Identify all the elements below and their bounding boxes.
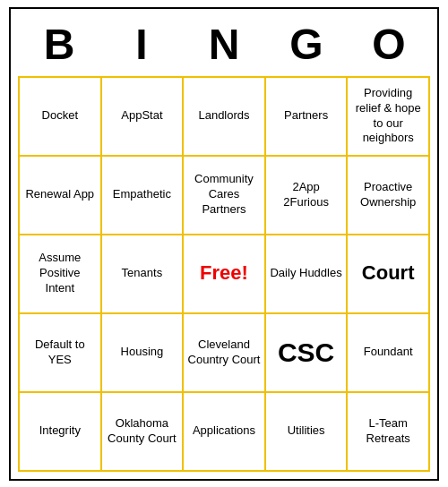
bingo-cell: Landlords xyxy=(184,78,266,157)
bingo-cell: Housing xyxy=(102,314,185,393)
bingo-cell: L-Team Retreats xyxy=(348,393,430,472)
bingo-cell: AppStat xyxy=(102,78,185,157)
bingo-cell: Default to YES xyxy=(20,314,102,393)
bingo-cell: Court xyxy=(348,235,430,314)
header-letter: N xyxy=(183,16,265,73)
bingo-cell: Renewal App xyxy=(20,157,102,235)
bingo-cell: Foundant xyxy=(348,314,430,393)
bingo-cell: CSC xyxy=(266,314,349,393)
bingo-cell: Daily Huddles xyxy=(266,235,349,314)
bingo-grid: DocketAppStatLandlordsPartnersProviding … xyxy=(18,76,430,472)
bingo-cell: Proactive Ownership xyxy=(348,157,430,235)
bingo-cell: Providing relief & hope to our neighbors xyxy=(348,78,430,157)
header-letter: B xyxy=(18,16,100,73)
header-letter: O xyxy=(348,16,430,73)
bingo-cell: Assume Positive Intent xyxy=(20,235,102,314)
bingo-cell: Free! xyxy=(184,235,266,314)
bingo-card: BINGO DocketAppStatLandlordsPartnersProv… xyxy=(9,7,439,481)
bingo-cell: Oklahoma County Court xyxy=(102,393,185,472)
bingo-cell: Community Cares Partners xyxy=(184,157,266,235)
header-letter: I xyxy=(100,16,183,73)
bingo-cell: Empathetic xyxy=(102,157,185,235)
bingo-cell: Tenants xyxy=(102,235,185,314)
header-letter: G xyxy=(265,16,348,73)
bingo-cell: Applications xyxy=(184,393,266,472)
bingo-cell: Partners xyxy=(266,78,349,157)
bingo-cell: Cleveland Country Court xyxy=(184,314,266,393)
bingo-cell: Integrity xyxy=(20,393,102,472)
bingo-header: BINGO xyxy=(18,16,430,73)
bingo-cell: Utilities xyxy=(266,393,349,472)
bingo-cell: 2App 2Furious xyxy=(266,157,349,235)
bingo-cell: Docket xyxy=(20,78,102,157)
